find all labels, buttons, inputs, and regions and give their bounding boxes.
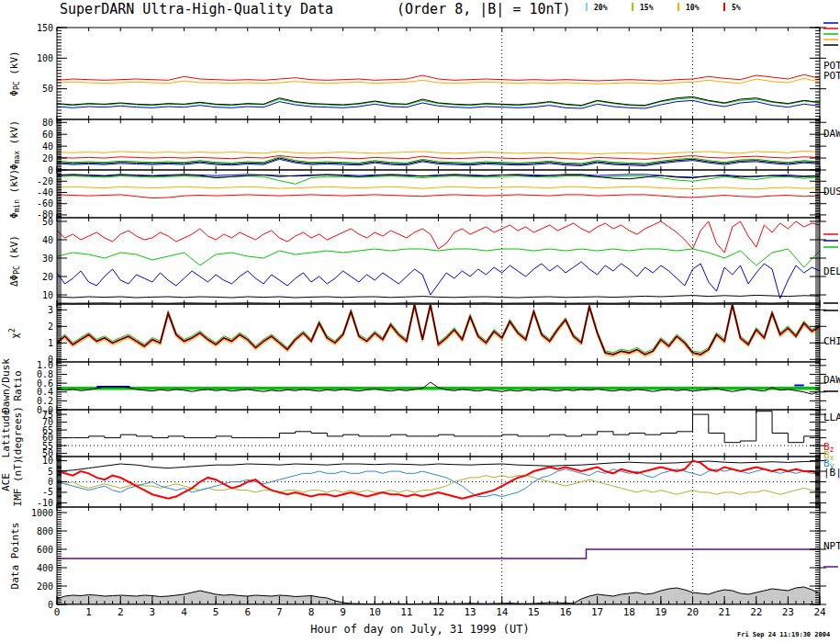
del-green xyxy=(57,249,820,267)
panel-border-dawn_dusk_ratio xyxy=(57,362,820,410)
panel-phi_max xyxy=(57,151,820,165)
pot-black xyxy=(57,96,820,105)
imf-bz-red xyxy=(57,461,820,499)
creation-timestamp: Fri Sep 24 11:19:30 2004 xyxy=(737,631,830,638)
pot-green xyxy=(57,98,820,107)
panel-border-latitude xyxy=(57,410,820,457)
dusk-orange xyxy=(57,186,820,188)
panel-delta_phi_pc xyxy=(57,221,820,303)
dawn-red xyxy=(57,155,820,159)
panel-chi_sq xyxy=(57,303,820,356)
plot-canvas xyxy=(0,0,840,643)
lat-black xyxy=(57,412,820,443)
panel-border-data_points xyxy=(57,507,820,604)
panel-phi_min xyxy=(57,175,820,198)
superdarn-plot-screen: { "title": {"main": "SuperDARN Ultra-Hig… xyxy=(0,0,840,643)
pot-red xyxy=(57,74,820,81)
x-axis-title: Hour of day on July, 31 1999 (UT) xyxy=(0,623,840,636)
panel-phi_pc xyxy=(57,74,820,108)
del-red xyxy=(57,221,820,253)
panel-latitude xyxy=(57,412,820,446)
del-black-upper xyxy=(57,295,820,298)
panel-ace_imf xyxy=(57,461,820,499)
panel-border-delta_phi_pc xyxy=(57,218,820,304)
np-purple-step xyxy=(57,549,820,558)
del-blue xyxy=(57,262,820,299)
panel-dawn_dusk_ratio xyxy=(57,382,820,394)
dawn-orange xyxy=(57,151,820,153)
dusk-red xyxy=(57,195,820,198)
dusk-green xyxy=(57,176,820,185)
